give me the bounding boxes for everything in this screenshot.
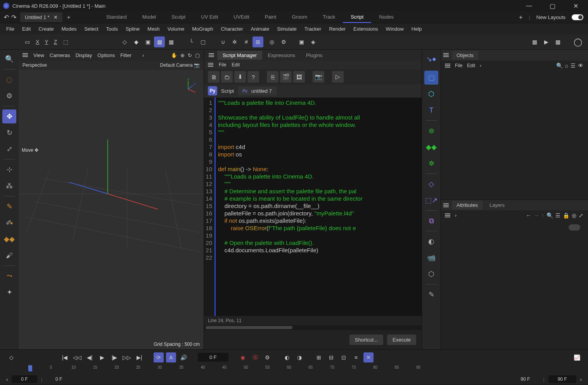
cube-selected-icon[interactable]: ▩ [154, 36, 165, 47]
cube-outline-icon[interactable]: ◇ [119, 36, 130, 47]
script-menu-file[interactable]: File [219, 62, 226, 68]
copy-icon[interactable]: ⎘ [267, 71, 278, 83]
corner-icon[interactable]: └ [186, 36, 197, 47]
gear-icon[interactable]: ⚙ [278, 36, 289, 47]
light-icon[interactable]: ⬡ [424, 267, 438, 281]
play-icon[interactable]: ▷ [332, 71, 344, 83]
sketch-icon[interactable]: ✐■ [2, 216, 16, 230]
zoom-icon[interactable]: ⊕ [180, 52, 185, 58]
new-layouts-label[interactable]: New Layouts [536, 14, 566, 20]
render-region-icon[interactable]: ▶ [541, 36, 552, 47]
tab-attributes[interactable]: Attributes [452, 201, 483, 210]
menu-edit[interactable]: Edit [18, 24, 35, 33]
viewport-canvas[interactable]: Y Z X Move ✥ Grid Spacing : 500 cm [19, 70, 204, 349]
layout-tab-nodes[interactable]: Nodes [371, 12, 401, 23]
menu-window[interactable]: Window [382, 24, 408, 33]
layout-tab-script[interactable]: Script [343, 12, 371, 23]
grid-snap-icon[interactable]: # [241, 36, 252, 47]
move-tool-icon[interactable]: ✥ [2, 109, 16, 123]
tab-plugins[interactable]: Plugins [301, 51, 328, 60]
menu-create[interactable]: Create [35, 24, 57, 33]
open-folder-icon[interactable]: 🗀 [221, 71, 233, 83]
search-icon[interactable]: 🔍 [2, 52, 16, 66]
image-icon[interactable]: 🖼 [293, 71, 305, 83]
layout-toggle[interactable] [572, 14, 583, 20]
fcurve-icon[interactable]: ⊟ [326, 352, 336, 362]
pen-edit-icon[interactable]: ✎ [424, 288, 438, 302]
layout-tab-uv-edit[interactable]: UV Edit [193, 12, 226, 23]
maximize-button[interactable]: ▢ [545, 2, 560, 10]
menu-render[interactable]: Render [325, 24, 349, 33]
magnet-icon[interactable]: ∪ [218, 36, 228, 47]
add-layout-button[interactable]: + [519, 14, 522, 21]
menu-modes[interactable]: Modes [57, 24, 80, 33]
generator-icon[interactable]: ⬚↗ [424, 193, 438, 207]
new-tab-button[interactable]: + [62, 14, 75, 21]
render-icon[interactable]: ▦ [529, 36, 540, 47]
live-select-icon[interactable]: ◌ [2, 73, 16, 87]
vp-menu-view[interactable]: View [33, 52, 44, 58]
hamburger-icon[interactable] [209, 55, 214, 55]
play-icon[interactable]: ▶ [97, 352, 107, 362]
path-icon[interactable]: ⤳ [2, 269, 16, 283]
box2-icon[interactable]: ◈ [308, 36, 318, 47]
up-icon[interactable]: ↑ [541, 212, 544, 219]
menu-animate[interactable]: Animate [247, 24, 273, 33]
deformer-icon[interactable]: ◇ [424, 177, 438, 191]
home-icon[interactable]: ⌂ [565, 62, 568, 69]
target-icon[interactable]: ◎ [266, 36, 277, 47]
menu-select[interactable]: Select [80, 24, 102, 33]
tl-menu-icon[interactable]: ‹ [6, 376, 8, 382]
tl-menu-right-icon[interactable]: › [580, 376, 582, 382]
next-frame-icon[interactable]: |▶ [109, 352, 119, 362]
menu-mesh[interactable]: Mesh [144, 24, 164, 33]
filter-icon[interactable]: ☰ [571, 62, 576, 69]
rotate-tool-icon[interactable]: ↻ [2, 126, 16, 140]
orbit-icon[interactable]: ↻ [188, 52, 192, 58]
script-menu-edit[interactable]: Edit [232, 62, 240, 68]
menu-mograph[interactable]: MoGraph [188, 24, 217, 33]
target-attr-icon[interactable]: ◎ [572, 212, 576, 219]
close-button[interactable]: ✕ [568, 2, 583, 10]
vp-menu-filter[interactable]: Filter [120, 52, 131, 58]
clapper-icon[interactable]: 🎬 [280, 71, 292, 83]
axis-x[interactable]: X [33, 39, 42, 45]
layout-tab-uvedit[interactable]: UVEdit [226, 12, 257, 23]
attributes-body[interactable] [441, 220, 588, 349]
dynamics-icon[interactable]: ◐ [424, 234, 438, 248]
square-icon[interactable]: ▢ [197, 36, 208, 47]
attr-toggle[interactable] [569, 224, 580, 231]
menu-tracker[interactable]: Tracker [301, 24, 325, 33]
hamburger-icon[interactable] [443, 205, 449, 206]
eye-icon[interactable]: 👁 [578, 62, 583, 69]
loop-icon[interactable]: ⟳ [154, 352, 164, 362]
sphere-arrow-icon[interactable]: ↘● [424, 52, 438, 66]
cube-solid-icon[interactable]: ◆ [131, 36, 142, 47]
prev-frame-icon[interactable]: ◀| [85, 352, 95, 362]
symmetry-icon[interactable]: ⧉ [424, 214, 438, 228]
cloner-icon[interactable]: ⊚ [424, 124, 438, 138]
hamburger-icon[interactable] [22, 55, 28, 55]
chevron-right-icon[interactable]: › [455, 213, 457, 218]
scale-tool-icon[interactable]: ⤢ [2, 142, 16, 156]
axis-y[interactable]: Y [42, 39, 50, 45]
layout-tab-groom[interactable]: Groom [284, 12, 315, 23]
close-tab-icon[interactable]: ✕ [54, 14, 58, 20]
filter-attr-icon[interactable]: ☰ [555, 212, 560, 219]
gear-snap-icon[interactable]: ✲ [229, 36, 240, 47]
axis-z[interactable]: Z [52, 39, 60, 45]
vp-menu-cameras[interactable]: Cameras [50, 52, 70, 58]
camera-icon[interactable]: 📷 [194, 62, 200, 68]
field-icon[interactable]: ✲ [424, 156, 438, 170]
effect-icon[interactable]: ✦ [2, 285, 16, 299]
hamburger-icon[interactable] [443, 55, 449, 55]
back-icon[interactable]: ← [526, 212, 531, 219]
shortcut-button[interactable]: Shortcut... [349, 335, 383, 345]
menu-simulate[interactable]: Simulate [273, 24, 301, 33]
redo-icon[interactable]: ↷ [11, 14, 16, 21]
script-dropdown[interactable]: Py untitled 7 [238, 87, 277, 95]
layout-tab-track[interactable]: Track [315, 12, 343, 23]
camera-icon[interactable]: 📷 [313, 71, 324, 83]
tab-objects[interactable]: Objects [452, 51, 478, 60]
start-frame-input[interactable]: 0 F [12, 375, 37, 383]
